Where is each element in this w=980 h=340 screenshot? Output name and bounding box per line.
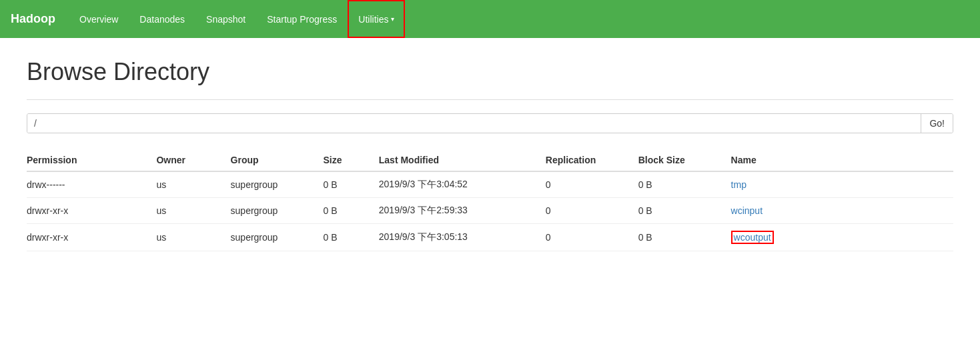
- col-owner: Owner: [156, 149, 230, 171]
- cell-owner: us: [156, 171, 230, 198]
- col-name: Name: [731, 149, 953, 171]
- cell-block-size: 0 B: [638, 224, 731, 251]
- cell-size: 0 B: [323, 198, 378, 224]
- cell-last-modified: 2019/9/3 下午2:59:33: [379, 198, 546, 224]
- nav-item-startup-progress[interactable]: Startup Progress: [256, 0, 348, 38]
- cell-name: wcinput: [731, 198, 953, 224]
- cell-size: 0 B: [323, 224, 378, 251]
- directory-table: Permission Owner Group Size Last Modifie…: [27, 149, 953, 251]
- cell-last-modified: 2019/9/3 下午3:04:52: [379, 171, 546, 198]
- cell-owner: us: [156, 198, 230, 224]
- cell-permission: drwxr-xr-x: [27, 224, 156, 251]
- col-permission: Permission: [27, 149, 156, 171]
- table-row: drwx------ us supergroup 0 B 2019/9/3 下午…: [27, 171, 953, 198]
- path-row: Go!: [27, 113, 953, 133]
- col-block-size: Block Size: [638, 149, 731, 171]
- col-last-modified: Last Modified: [379, 149, 546, 171]
- col-replication: Replication: [546, 149, 638, 171]
- nav-item-utilities[interactable]: Utilities ▾: [348, 0, 405, 38]
- cell-owner: us: [156, 224, 230, 251]
- col-group: Group: [231, 149, 324, 171]
- go-button[interactable]: Go!: [921, 114, 953, 133]
- cell-permission: drwx------: [27, 171, 156, 198]
- name-link[interactable]: tmp: [731, 179, 747, 190]
- navbar: Hadoop Overview Datanodes Snapshot Start…: [0, 0, 980, 38]
- path-input[interactable]: [27, 114, 921, 133]
- dropdown-arrow-icon: ▾: [391, 15, 394, 23]
- cell-group: supergroup: [231, 224, 324, 251]
- table-header-row: Permission Owner Group Size Last Modifie…: [27, 149, 953, 171]
- nav-brand: Hadoop: [11, 12, 55, 26]
- cell-replication: 0: [546, 198, 638, 224]
- cell-group: supergroup: [231, 171, 324, 198]
- nav-item-snapshot[interactable]: Snapshot: [195, 0, 256, 38]
- cell-group: supergroup: [231, 198, 324, 224]
- nav-item-overview[interactable]: Overview: [69, 0, 129, 38]
- col-size: Size: [323, 149, 378, 171]
- nav-item-datanodes[interactable]: Datanodes: [129, 0, 195, 38]
- divider: [27, 99, 953, 100]
- table-row: drwxr-xr-x us supergroup 0 B 2019/9/3 下午…: [27, 198, 953, 224]
- page-title: Browse Directory: [27, 58, 953, 86]
- cell-replication: 0: [546, 171, 638, 198]
- cell-block-size: 0 B: [638, 171, 731, 198]
- cell-name: wcoutput: [731, 224, 953, 251]
- cell-last-modified: 2019/9/3 下午3:05:13: [379, 224, 546, 251]
- cell-block-size: 0 B: [638, 198, 731, 224]
- cell-size: 0 B: [323, 171, 378, 198]
- main-content: Browse Directory Go! Permission Owner Gr…: [0, 38, 980, 265]
- cell-name: tmp: [731, 171, 953, 198]
- name-link[interactable]: wcoutput: [731, 231, 774, 244]
- name-link[interactable]: wcinput: [731, 205, 763, 216]
- cell-replication: 0: [546, 224, 638, 251]
- table-row: drwxr-xr-x us supergroup 0 B 2019/9/3 下午…: [27, 224, 953, 251]
- cell-permission: drwxr-xr-x: [27, 198, 156, 224]
